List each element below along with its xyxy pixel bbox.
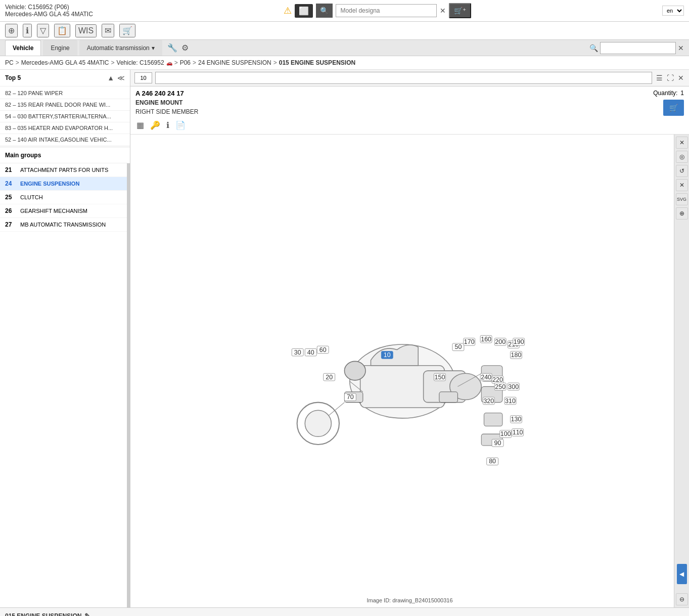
scroll-bar[interactable] [127, 163, 130, 607]
svg-text:310: 310 [505, 398, 516, 405]
svg-text:20: 20 [326, 374, 333, 381]
part-info-icon[interactable]: ℹ [165, 119, 170, 131]
tab-search-clear[interactable]: ✕ [678, 44, 684, 52]
search-button[interactable]: 🔍 [316, 4, 333, 18]
print-icon[interactable]: 📋 [54, 24, 70, 37]
group-item-26[interactable]: 26 GEARSHIFT MECHANISM [0, 204, 127, 218]
breadcrumb-current: 015 ENGINE SUSPENSION [279, 59, 355, 66]
vehicle-line2: Mercedes-AMG GLA 45 4MATIC [5, 11, 93, 18]
close-diagram-btn[interactable]: ✕ [676, 137, 688, 149]
svg-point-6 [344, 362, 365, 381]
svg-text:250: 250 [495, 383, 506, 390]
group-item-25[interactable]: 25 CLUTCH [0, 191, 127, 204]
svg-text:150: 150 [434, 374, 445, 381]
mail-icon[interactable]: ✉ [102, 24, 114, 37]
language-select[interactable]: en [662, 6, 684, 16]
info-icon[interactable]: ℹ [23, 24, 32, 37]
svg-btn[interactable]: SVG [676, 193, 688, 205]
cart-toolbar-icon[interactable]: 🛒 [119, 24, 135, 37]
breadcrumb-pc[interactable]: PC [5, 59, 14, 66]
groups-list: 21 ATTACHMENT PARTS FOR UNITS 24 ENGINE … [0, 163, 127, 607]
diagram-canvas[interactable]: 50 50 170 160 200 210 30 40 [130, 135, 689, 607]
copy-icon[interactable]: ⬜ [295, 4, 313, 18]
search-input[interactable] [336, 4, 437, 17]
main-groups-header: Main groups [0, 147, 130, 163]
cart-button[interactable]: 🛒⁺ [449, 3, 471, 18]
top5-list: 82 – 120 PANE WIPER 82 – 135 REAR PANEL … [0, 86, 130, 147]
list-item[interactable]: 52 – 140 AIR INTAKE,GASOLINE VEHIC... [0, 134, 130, 146]
svg-text:60: 60 [319, 346, 326, 354]
quantity-section: Quantity: 1 🛒 [653, 90, 684, 116]
breadcrumb-p06[interactable]: P06 [180, 59, 191, 66]
zoom-in-diagram-btn[interactable]: ⊕ [676, 207, 688, 219]
engine-diagram-svg: 50 50 170 160 200 210 30 40 [276, 146, 529, 595]
edit-icon[interactable]: ✎ [84, 612, 90, 616]
list-view-icon[interactable]: ☰ [655, 73, 664, 83]
svg-text:40: 40 [307, 349, 314, 356]
circle-btn[interactable]: ◎ [676, 151, 688, 163]
breadcrumb-engine-susp[interactable]: 24 ENGINE SUSPENSION [198, 59, 271, 66]
part-bar-icons: ☰ ⛶ ✕ [655, 73, 685, 83]
tab-automatic-transmission[interactable]: Automatic transmission ▾ [79, 40, 162, 56]
side-handle-btn[interactable]: ◀ [677, 564, 687, 584]
list-item[interactable]: 54 – 030 BATTERY,STARTER/ALTERNA... [0, 111, 130, 122]
wrench-icon[interactable]: 🔧 [166, 42, 178, 54]
filter-icon[interactable]: ▽ [37, 24, 49, 37]
breadcrumb-vehicle[interactable]: Vehicle: C156952 [117, 59, 164, 66]
svg-text:90: 90 [494, 439, 501, 447]
chevron-down-icon: ▾ [152, 45, 155, 52]
part-action-icons: ▦ 🔑 ℹ 📄 [135, 119, 648, 131]
nav-bar: Vehicle Engine Automatic transmission ▾ … [0, 40, 689, 56]
list-item[interactable]: 82 – 135 REAR PANEL DOOR PANE WI... [0, 99, 130, 111]
zoom-out-diagram-btn[interactable]: ⊖ [676, 593, 688, 605]
header-vehicle-info: Vehicle: C156952 (P06) Mercedes-AMG GLA … [5, 4, 93, 18]
tab-extra-icons: 🔧 ⚙ [166, 42, 190, 54]
group-item-21[interactable]: 21 ATTACHMENT PARTS FOR UNITS [0, 163, 127, 177]
part-doc-icon[interactable]: 📄 [174, 119, 187, 131]
svg-text:180: 180 [511, 351, 521, 359]
cross-btn[interactable]: ✕ [676, 179, 688, 191]
history-btn[interactable]: ↺ [676, 165, 688, 177]
close-panel-icon[interactable]: ✕ [677, 73, 685, 83]
list-item[interactable]: 83 – 035 HEATER AND EVAPORATOR H... [0, 122, 130, 134]
svg-text:200: 200 [495, 338, 506, 345]
add-to-cart-button[interactable]: 🛒 [663, 100, 684, 116]
svg-text:100: 100 [500, 431, 511, 438]
search-clear-button[interactable]: ✕ [440, 7, 446, 15]
tab-engine[interactable]: Engine [43, 40, 77, 56]
wis-icon[interactable]: WIS [75, 24, 97, 37]
part-key-icon[interactable]: 🔑 [149, 119, 161, 131]
warning-icon[interactable]: ⚠ [284, 5, 292, 16]
top5-header: Top 5 ▲ ≪ [0, 70, 130, 86]
tab-search-input[interactable] [600, 42, 676, 54]
svg-text:300: 300 [508, 383, 519, 390]
list-item[interactable]: 82 – 120 PANE WIPER [0, 87, 130, 99]
left-panel: Top 5 ▲ ≪ 82 – 120 PANE WIPER 82 – 135 R… [0, 70, 130, 607]
groups-container: 21 ATTACHMENT PARTS FOR UNITS 24 ENGINE … [0, 163, 130, 607]
tab-vehicle[interactable]: Vehicle [5, 40, 41, 56]
settings-icon[interactable]: ⚙ [180, 42, 190, 54]
quantity-label: Quantity: [653, 90, 677, 97]
diagram-id: Image ID: drawing_B24015000316 [366, 597, 452, 603]
group-item-27[interactable]: 27 MB AUTOMATIC TRANSMISSION [0, 218, 127, 232]
zoom-in-icon[interactable]: ⊕ [5, 24, 18, 37]
main-layout: Top 5 ▲ ≪ 82 – 120 PANE WIPER 82 – 135 R… [0, 70, 689, 607]
breadcrumb-model[interactable]: Mercedes-AMG GLA 45 4MATIC [21, 59, 109, 66]
part-name2: RIGHT SIDE MEMBER [135, 108, 648, 115]
fullscreen-icon[interactable]: ⛶ [666, 73, 675, 83]
part-detail-left: A 246 240 24 17 ENGINE MOUNT RIGHT SIDE … [135, 90, 648, 131]
part-search-input[interactable] [155, 72, 652, 84]
tab-search-button[interactable]: 🔍 [589, 44, 598, 52]
svg-text:70: 70 [346, 394, 353, 401]
group-item-24[interactable]: 24 ENGINE SUSPENSION [0, 177, 127, 191]
bottom-title: 015 ENGINE SUSPENSION ✎ [5, 612, 684, 616]
part-number: A 246 240 24 17 [135, 90, 648, 97]
lang-selector[interactable]: en [662, 6, 684, 16]
svg-text:10: 10 [383, 351, 390, 359]
header: Vehicle: C156952 (P06) Mercedes-AMG GLA … [0, 0, 689, 22]
vehicle-line1: Vehicle: C156952 (P06) [5, 4, 93, 11]
part-grid-icon[interactable]: ▦ [135, 119, 145, 131]
svg-text:30: 30 [294, 349, 301, 356]
top5-expand-btn[interactable]: ≪ [117, 74, 125, 82]
top5-collapse-btn[interactable]: ▲ [107, 74, 114, 82]
